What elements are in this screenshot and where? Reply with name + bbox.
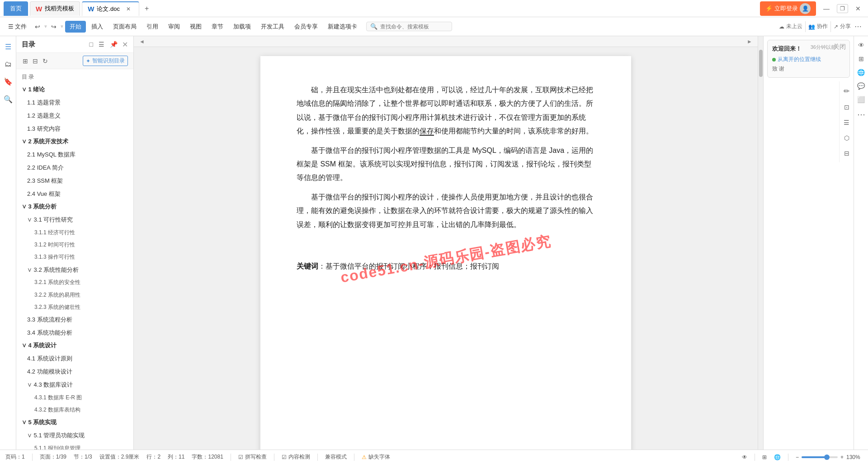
toc-item[interactable]: ∨ 4 系统设计	[16, 339, 133, 352]
status-page[interactable]: 页码：1	[5, 453, 25, 461]
vertical-scrollbar[interactable]	[758, 36, 763, 450]
toc-item[interactable]: ∨ 3.1 可行性研究	[16, 213, 133, 227]
win-restore-button[interactable]: ❐	[837, 4, 848, 13]
toc-item[interactable]: 3.1.3 操作可行性	[16, 251, 133, 263]
more-button[interactable]: ⋯	[852, 21, 864, 32]
share-button[interactable]: ↗ 分享	[834, 23, 851, 30]
user-avatar[interactable]: 👤	[800, 3, 811, 14]
toc-item[interactable]: 3.2.3 系统的健壮性	[16, 301, 133, 313]
status-section[interactable]: 节：1/3	[74, 453, 92, 461]
zoom-percent[interactable]: 130%	[846, 454, 863, 460]
toolbar-layout[interactable]: 页面布局	[108, 21, 141, 33]
tab-template[interactable]: W 找稻壳模板	[30, 1, 80, 16]
toc-item[interactable]: 3.3 系统流程分析	[16, 313, 133, 327]
toc-item[interactable]: 3.2.1 系统的安全性	[16, 276, 133, 289]
welcome-link[interactable]: 从离开的位置继续	[772, 56, 845, 63]
zoom-in-button[interactable]: +	[840, 454, 844, 460]
toolbar-new-tab[interactable]: 新建选项卡	[323, 21, 362, 33]
toc-item[interactable]: 1.3 研究内容	[16, 123, 133, 136]
search-input-tb[interactable]	[380, 24, 448, 30]
status-word-count[interactable]: 字数：12081	[192, 453, 223, 461]
search-panel-icon[interactable]: 🔍	[1, 92, 15, 106]
ruler-right-arrow[interactable]: ►	[745, 38, 754, 46]
status-row[interactable]: 行：2	[146, 453, 160, 461]
sidebar-icon-pin[interactable]: 📌	[109, 40, 118, 49]
toc-item[interactable]: 4.3.1 数据库 E-R 图	[16, 392, 133, 404]
right-icon-4[interactable]: ⬡	[842, 133, 851, 143]
status-globe-icon[interactable]: 🌐	[774, 454, 781, 460]
status-col[interactable]: 列：11	[168, 453, 184, 461]
right-grid-icon[interactable]: ⊞	[857, 53, 866, 64]
toc-item[interactable]: ∨ 5 系统实现	[16, 416, 133, 429]
sb-expand-icon[interactable]: ⊞	[22, 57, 29, 66]
outline-icon[interactable]: ☰	[2, 40, 14, 54]
toolbar-vip[interactable]: 会员专享	[290, 21, 322, 33]
right-more-icon[interactable]: ⋯	[855, 108, 867, 121]
redo-button[interactable]: ↪	[48, 21, 59, 32]
sidebar-close-button[interactable]: ✕	[122, 40, 128, 49]
welcome-close-button[interactable]: 关闭	[833, 43, 846, 51]
toc-item[interactable]: ∨ 3 系统分析	[16, 200, 133, 213]
status-page-of[interactable]: 页面：1/39	[40, 453, 66, 461]
scroll-thumb[interactable]	[759, 50, 763, 77]
toolbar-add-items[interactable]: 加载项	[229, 21, 255, 33]
sb-refresh-icon[interactable]: ↻	[42, 57, 49, 66]
toolbar-file[interactable]: ☰ 文件	[4, 21, 31, 33]
toc-item[interactable]: 5.1.1 报刊信息管理	[16, 442, 133, 450]
zoom-control[interactable]: − + 130%	[796, 454, 863, 460]
bookmark-icon[interactable]: 🔖	[1, 75, 15, 89]
toc-item[interactable]: 2.2 IDEA 简介	[16, 161, 133, 175]
ruler-left-arrow[interactable]: ◄	[137, 38, 146, 46]
tab-doc[interactable]: W 论文.doc ✕	[82, 1, 139, 16]
right-icon-5[interactable]: ⊟	[842, 148, 851, 159]
tab-doc-close[interactable]: ✕	[123, 5, 133, 13]
toc-item[interactable]: 4.2 功能模块设计	[16, 365, 133, 379]
toolbar-start[interactable]: 开始	[65, 21, 86, 33]
toc-item[interactable]: ∨ 1 绪论	[16, 83, 133, 96]
toc-item[interactable]: 1.2 选题意义	[16, 109, 133, 123]
toc-item[interactable]: 4.1 系统设计原则	[16, 352, 133, 365]
toc-item[interactable]: 4.3.2 数据库表结构	[16, 404, 133, 416]
toc-item[interactable]: 2.1 MySQL 数据库	[16, 148, 133, 161]
sidebar-icon-list[interactable]: ☰	[98, 40, 105, 49]
toc-item[interactable]: 3.1.1 经济可行性	[16, 227, 133, 239]
zoom-slider[interactable]	[802, 456, 838, 458]
tab-add-button[interactable]: +	[141, 3, 152, 14]
zoom-out-button[interactable]: −	[796, 454, 799, 460]
cloud-button[interactable]: ☁ 未上云	[779, 23, 802, 30]
status-spell-check[interactable]: ☑ 拼写检查	[238, 453, 267, 461]
toc-item[interactable]: 3.1.2 时间可行性	[16, 239, 133, 251]
toolbar-review[interactable]: 审阅	[164, 21, 184, 33]
right-layout-icon[interactable]: ⬜	[855, 94, 867, 105]
right-eye-icon[interactable]: 👁	[856, 40, 866, 51]
status-eye-icon[interactable]: 👁	[742, 454, 747, 460]
status-missing-font[interactable]: ⚠ 缺失字体	[362, 453, 390, 461]
toc-item[interactable]: 2.3 SSM 框架	[16, 175, 133, 188]
tab-home[interactable]: 首页	[4, 1, 28, 16]
toolbar-chapter[interactable]: 章节	[207, 21, 228, 33]
sidebar-icon-open[interactable]: □	[89, 40, 94, 49]
toolbar-search-bar[interactable]: 🔍	[366, 22, 452, 31]
toolbar-view[interactable]: 视图	[185, 21, 206, 33]
toc-item[interactable]: 3.2.2 系统的易用性	[16, 289, 133, 301]
status-compat[interactable]: 兼容模式	[325, 453, 347, 461]
toc-item[interactable]: ∨ 2 系统开发技术	[16, 135, 133, 148]
toolbar-insert[interactable]: 插入	[87, 21, 108, 33]
status-settings[interactable]: 设置值：2.9厘米	[99, 453, 140, 461]
toolbar-ref[interactable]: 引用	[142, 21, 163, 33]
toc-item[interactable]: 1.1 选题背景	[16, 96, 133, 109]
doc-wrapper[interactable]: code51.cn-源码乐园-盗图必究 础，并且在现实生活中也到处都在使用，可以…	[134, 47, 758, 450]
toc-item[interactable]: ∨ 4.3 数据库设计	[16, 379, 133, 392]
toc-item[interactable]: 3.4 系统功能分析	[16, 327, 133, 340]
sidebar-ai-button[interactable]: ✦ 智能识别目录	[83, 56, 128, 66]
collab-button[interactable]: 👥 协作	[808, 23, 828, 30]
right-globe-icon[interactable]: 🌐	[855, 67, 867, 78]
win-min-button[interactable]: —	[820, 4, 833, 13]
toc-item[interactable]: 2.4 Vue 框架	[16, 188, 133, 201]
right-chat-icon[interactable]: 💬	[855, 80, 867, 91]
toc-item[interactable]: ∨ 5.1 管理员功能实现	[16, 429, 133, 442]
sb-collapse-icon[interactable]: ⊟	[32, 57, 39, 66]
right-icon-2[interactable]: ⊡	[842, 102, 851, 113]
win-close-button[interactable]: ✕	[852, 4, 864, 13]
undo-button[interactable]: ↩	[32, 21, 43, 32]
